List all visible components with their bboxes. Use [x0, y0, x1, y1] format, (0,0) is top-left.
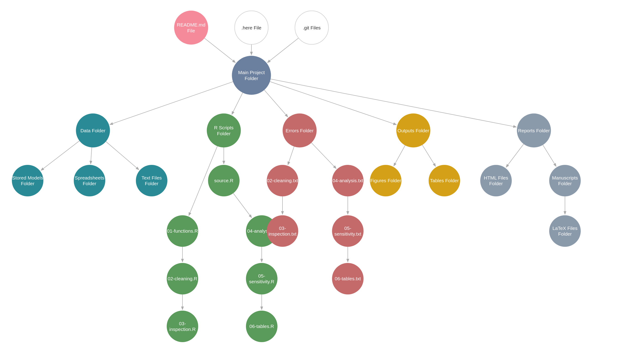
- svg-line-21: [422, 145, 435, 166]
- svg-line-1: [204, 38, 235, 62]
- node-cleaning02: 02-cleaning.txt: [267, 165, 298, 196]
- svg-line-20: [394, 145, 405, 166]
- node-reports: Reports Folder: [517, 114, 551, 147]
- node-htmlfiles: HTML Files Folder: [480, 165, 512, 196]
- node-data: Data Folder: [76, 114, 110, 147]
- svg-line-23: [543, 145, 556, 166]
- node-analysis04txt: 04-analysis.txt: [332, 165, 364, 196]
- node-spreadsheets: Spreadsheets Folder: [74, 165, 105, 196]
- svg-line-22: [506, 144, 524, 167]
- node-inspection03r: 03-inspection.R: [167, 311, 198, 342]
- node-inspection03txt: 03-inspection.txt: [267, 215, 298, 247]
- node-manuscripts: Manuscripts Folder: [549, 165, 581, 196]
- node-stored: Stored Models Folder: [12, 165, 43, 196]
- node-sensitivity05r: 05-sensitivity.R: [246, 263, 278, 294]
- node-git: .git Files: [295, 11, 329, 45]
- svg-line-6: [264, 90, 288, 117]
- node-tables06r: 06-tables.R: [246, 311, 278, 342]
- node-errors: Errors Folder: [283, 114, 317, 147]
- node-cleaning02r: 02-cleaning.R: [167, 263, 198, 294]
- diagram: README.md File.here File.git FilesMain P…: [0, 0, 620, 364]
- node-tables06txt: 06-tables.txt: [332, 263, 364, 294]
- node-textfiles: Text Files Folder: [136, 165, 167, 196]
- node-sensitivity05txt: 05-sensitivity.txt: [332, 215, 364, 247]
- node-readme: README.md File: [174, 11, 208, 45]
- svg-line-3: [268, 38, 298, 62]
- node-main: Main Project Folder: [232, 56, 271, 95]
- node-sourcer: source.R: [208, 165, 240, 196]
- svg-line-15: [288, 146, 294, 164]
- svg-line-14: [233, 193, 251, 217]
- svg-line-11: [106, 141, 139, 169]
- node-latex: LaTeX Files Folder: [549, 215, 581, 247]
- node-tables: Tables Folder: [429, 165, 460, 196]
- svg-line-9: [41, 141, 79, 170]
- svg-line-5: [232, 93, 243, 114]
- svg-line-16: [311, 143, 336, 168]
- svg-line-10: [91, 147, 92, 163]
- node-outputs: Outputs Folder: [396, 114, 431, 147]
- node-func01: 01-functions.R: [167, 215, 198, 247]
- node-figures: Figures Folder: [370, 165, 402, 196]
- node-here: .here File: [234, 11, 269, 45]
- node-rscripts: R Scripts Folder: [207, 114, 241, 147]
